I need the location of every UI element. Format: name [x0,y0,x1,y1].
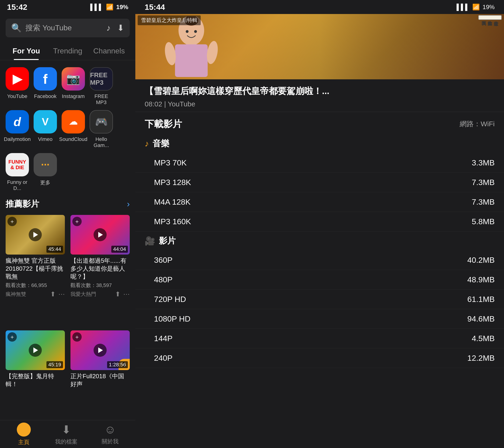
nav-about[interactable]: ☺ 關於我 [102,423,119,445]
play-button[interactable] [29,228,42,241]
nav-home[interactable]: ▶ 主頁 [17,423,31,446]
video-title: 【出道都過5年......有多少人知道你是藝人呢？】 [71,257,130,281]
add-video-btn[interactable]: ＋ [7,217,17,226]
freemp3-icon: FREE MP3 [90,67,113,90]
funnyordie-label: Funny or D... [6,179,29,191]
music-category-icon: ♪ [145,139,149,149]
recommended-title: 推薦影片 [6,198,39,210]
download-item[interactable]: 360P 40.2MB [135,250,504,270]
download-item[interactable]: M4A 128K 7.3MB [135,192,504,212]
platform-facebook[interactable]: f Facebook [34,67,57,106]
vimeo-icon: V [34,110,57,133]
signal-icon-left: ▌▌▌ [90,3,103,11]
video-duration-badge: 44:04 [111,246,128,253]
format-size: 7.3MB [472,178,495,187]
download-section: 下載影片 網路：WiFi ♪ 音樂 MP3 70K 3.3MB MP3 128K… [135,112,504,448]
platform-vimeo[interactable]: V Vimeo [34,110,57,148]
recommended-arrow[interactable]: › [127,199,130,209]
video-title: 瘋神無雙 官方正版 20180722【楊千霈挑戰無 [6,257,65,281]
dailymotion-label: Dailymotion [4,136,31,142]
soundcloud-label: SoundCloud [59,136,87,142]
format-size: 7.3MB [472,197,495,207]
video-preview[interactable]: 這些泳衣你敢給女友買嗎 雪碧皇后之大炸皇后特輯 [135,14,504,79]
video-duration-info: 08:02 | YouTube [145,100,495,108]
download-item[interactable]: 480P 48.9MB [135,270,504,289]
play-button[interactable] [29,344,42,357]
download-item[interactable]: 1080P HD 94.6MB [135,309,504,329]
video-views: 觀看次數：66,955 [6,282,65,289]
status-icons-right: ▌▌▌ 📶 19% [457,3,495,11]
tab-trending[interactable]: Trending [47,42,88,60]
files-icon: ⬇ [62,423,71,436]
video-category-name: 影片 [159,235,176,247]
video-actions: 瘋神無雙 ⬆ ⋯ [6,290,65,298]
video-grid: ＋ 45:44 瘋神無雙 官方正版 20180722【楊千霈挑戰無 觀看次數：6… [0,213,135,420]
duration-value: 08:02 [145,100,162,108]
tab-for-you[interactable]: For You [6,42,47,60]
search-placeholder: 搜索 YouTube [25,23,103,33]
download-item[interactable]: MP3 70K 3.3MB [135,153,504,173]
platform-freemp3[interactable]: FREE MP3 FREE MP3 [90,67,113,106]
search-actions: ♪ ⬇ [107,23,124,33]
list-item[interactable]: ＋ 44:04 【出道都過5年......有多少人知道你是藝人呢？】 觀看次數：… [68,213,132,328]
video-actions: 我愛大熱門 ⬆ ⋯ [71,290,130,298]
music-search-icon[interactable]: ♪ [107,23,111,33]
status-icons-left: ▌▌▌ 📶 19% [90,3,128,11]
tab-channels[interactable]: Channels [89,42,130,60]
left-panel: 15:42 ▌▌▌ 📶 19% 🔍 搜索 YouTube ♪ ⬇ For You… [0,0,135,448]
more-options-button[interactable]: ⋯ [58,290,65,298]
download-item[interactable]: MP3 128K 7.3MB [135,173,504,192]
battery-icon-right: 19% [483,3,495,11]
play-button[interactable] [93,228,107,241]
platform-funnyordie[interactable]: FUNNY& DIE Funny or D... [6,153,29,191]
preview-sign: 這些泳衣你敢給女友買嗎 [478,15,502,20]
add-video-btn[interactable]: ＋ [72,332,82,341]
youtube-icon: ▶ [6,67,29,90]
instagram-label: Instagram [62,93,85,99]
share-button[interactable]: ⬆ [50,290,55,298]
list-item[interactable]: ＋ 1:28:56 1 正片Full2018《中国好声 [68,328,132,420]
more-options-button[interactable]: ⋯ [123,290,130,298]
music-category-header: ♪ 音樂 [135,134,504,153]
platform-instagram[interactable]: 📷 Instagram [62,67,85,106]
about-icon: ☺ [104,423,116,436]
add-video-btn[interactable]: ＋ [7,332,17,341]
download-item[interactable]: MP3 160K 5.8MB [135,212,504,232]
format-size: 61.1MB [467,295,495,304]
nav-home-label: 主頁 [18,438,29,446]
play-button[interactable] [93,344,107,357]
platform-dailymotion[interactable]: d Dailymotion [6,110,29,148]
nav-files[interactable]: ⬇ 我的檔案 [55,423,77,446]
platforms-grid: ▶ YouTube f Facebook 📷 Instagram FREE MP… [0,65,135,194]
signal-icon-right: ▌▌▌ [457,3,469,11]
video-duration-badge: 1:28:56 [107,361,128,368]
video-thumbnail: ＋ 1:28:56 1 [71,330,130,370]
search-bar[interactable]: 🔍 搜索 YouTube ♪ ⬇ [6,19,130,37]
recommended-section-header: 推薦影片 › [0,194,135,213]
music-category-name: 音樂 [153,138,169,149]
preview-person-svg [145,16,238,77]
list-item[interactable]: ＋ 45:44 瘋神無雙 官方正版 20180722【楊千霈挑戰無 觀看次數：6… [3,213,68,328]
format-size: 48.9MB [467,275,495,284]
download-item[interactable]: 240P 12.2MB [135,348,504,368]
list-item[interactable]: ＋ 45:19 【完整版】鬼月特輯！ [3,328,68,420]
video-title-area: 【雪碧皇后啊妳這樣穿歷代皇帝都要駕崩啦！... 08:02 | YouTube [135,79,504,112]
bottom-nav: ▶ 主頁 ⬇ 我的檔案 ☺ 關於我 [0,420,135,448]
platform-hellogame[interactable]: 🎮 Hello Gam... [90,110,113,148]
platform-more[interactable]: ··· 更多 [34,153,57,191]
time-left: 15:42 [7,2,27,12]
video-duration-badge: 45:19 [46,361,63,368]
download-item[interactable]: 144P 4.5MB [135,329,504,348]
share-button[interactable]: ⬆ [115,290,120,298]
platform-youtube[interactable]: ▶ YouTube [6,67,29,106]
platform-soundcloud[interactable]: ☁ SoundCloud [62,110,85,148]
download-icon[interactable]: ⬇ [117,23,124,33]
format-label: 144P [154,334,172,343]
home-icon: ▶ [17,423,31,437]
download-title: 下載影片 [145,118,182,130]
download-item[interactable]: 720P HD 61.1MB [135,289,504,309]
facebook-label: Facebook [34,93,57,99]
format-label: 1080P HD [154,314,190,323]
add-video-btn[interactable]: ＋ [72,217,82,226]
duration-separator: | [164,100,168,108]
